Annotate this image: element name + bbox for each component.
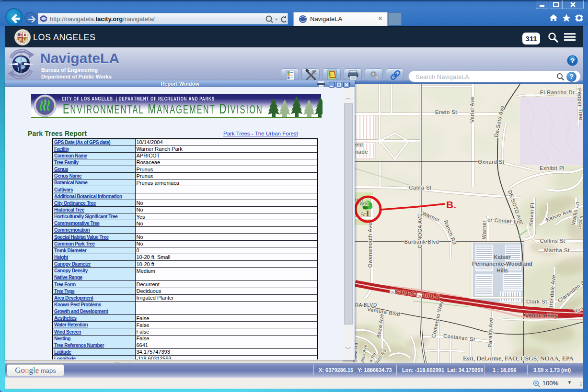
svg-text:Warner: Warner xyxy=(481,220,487,239)
svg-text:101: 101 xyxy=(390,290,395,293)
svg-text:RA BLVD: RA BLVD xyxy=(355,302,377,308)
svg-text:Permanente-Woodland: Permanente-Woodland xyxy=(472,261,532,267)
svg-text:Variel Ave: Variel Ave xyxy=(469,97,475,123)
svg-text:Hills: Hills xyxy=(496,268,508,273)
svg-text:Clark St: Clark St xyxy=(526,299,547,304)
svg-text:Martha St: Martha St xyxy=(544,247,569,253)
svg-text:Exhibit Pl: Exhibit Pl xyxy=(540,165,565,171)
svg-text:?: ? xyxy=(570,56,575,65)
svg-text:B.: B. xyxy=(446,199,456,210)
svg-text:Califa St: Califa St xyxy=(409,185,432,190)
svg-text:Burbank Blvd: Burbank Blvd xyxy=(404,239,439,245)
svg-text:St: St xyxy=(360,212,366,217)
svg-text:Ventura Fwy: Ventura Fwy xyxy=(525,313,558,318)
svg-text:Paralta Ave: Paralta Ave xyxy=(487,317,494,347)
svg-text:Kaiser: Kaiser xyxy=(494,254,511,260)
svg-text:Collins St: Collins St xyxy=(540,238,565,244)
svg-text:El Rancho Dr: El Rancho Dr xyxy=(540,90,575,95)
svg-text:Esri, DeLorme, FAO, USGS, NOAA: Esri, DeLorme, FAO, USGS, NOAA, EPA xyxy=(463,355,574,362)
svg-text:eld: eld xyxy=(355,142,363,147)
svg-text:Owensmouth Ave: Owensmouth Ave xyxy=(367,223,373,268)
svg-text:101: 101 xyxy=(417,294,422,297)
svg-text:Erwin St: Erwin St xyxy=(435,109,457,115)
svg-text:nade: nade xyxy=(355,149,368,155)
svg-text:Oxnard St: Oxnard St xyxy=(478,159,505,165)
